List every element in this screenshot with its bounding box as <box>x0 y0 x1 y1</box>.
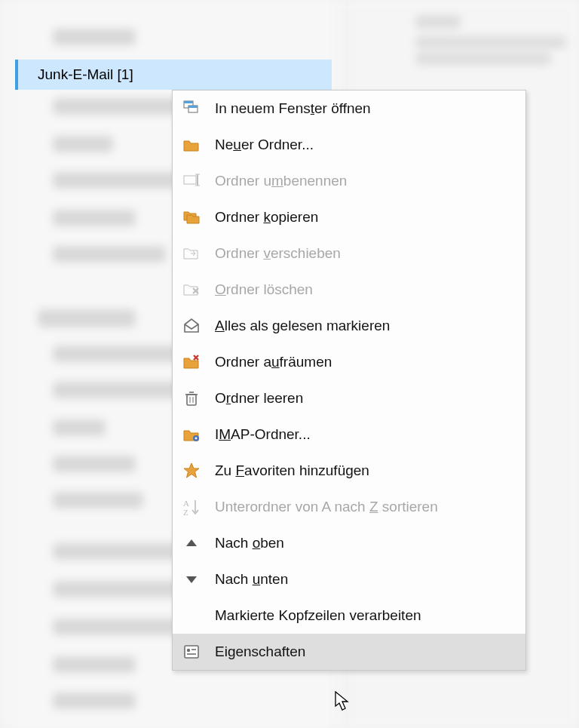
folder-gear-icon <box>180 423 203 446</box>
none-icon <box>180 604 203 627</box>
envelope-open-icon <box>180 315 203 337</box>
menu-item-mark-all-read[interactable]: Alles als gelesen markieren <box>173 308 525 344</box>
folder-copy-icon <box>180 206 203 229</box>
menu-item-imap-folders[interactable]: IMAP-Ordner... <box>173 416 525 453</box>
menu-item-label: Ordner verschieben <box>215 245 341 262</box>
tri-up-icon <box>180 532 203 554</box>
menu-item-label: Nach unten <box>215 571 288 588</box>
folder-delete-icon <box>180 278 203 301</box>
menu-item-empty-folder[interactable]: Ordner leeren <box>173 380 525 416</box>
menu-item-add-favorite[interactable]: Zu Favoriten hinzufügen <box>173 453 525 489</box>
svg-text:Z: Z <box>183 508 188 517</box>
menu-item-rename-folder: Ordner umbenennen <box>173 163 525 199</box>
svg-rect-1 <box>184 101 193 103</box>
folder-context-menu: In neuem Fenster öffnenNeuer Ordner...Or… <box>172 90 526 671</box>
menu-item-properties[interactable]: Eigenschaften <box>173 634 525 670</box>
svg-point-18 <box>195 438 198 440</box>
svg-rect-4 <box>184 176 196 184</box>
menu-item-delete-folder: Ordner löschen <box>173 272 525 308</box>
menu-item-open-new-window[interactable]: In neuem Fenster öffnen <box>173 91 525 127</box>
folder-row-junk-email[interactable]: Junk-E-Mail [1] <box>15 60 332 90</box>
sort-az-icon: AZ <box>180 496 203 518</box>
star-icon <box>180 459 203 482</box>
menu-item-label: Eigenschaften <box>215 644 305 660</box>
menu-item-move-folder: Ordner verschieben <box>173 235 525 272</box>
menu-item-label: Zu Favoriten hinzufügen <box>215 462 369 479</box>
menu-item-move-down[interactable]: Nach unten <box>173 561 525 597</box>
menu-item-label: Nach oben <box>215 535 284 551</box>
menu-item-move-up[interactable]: Nach oben <box>173 525 525 561</box>
menu-item-label: Ordner leeren <box>215 390 303 407</box>
cleanup-icon <box>180 351 203 373</box>
svg-rect-22 <box>185 646 198 658</box>
menu-item-label: Ordner aufräumen <box>215 354 332 370</box>
menu-item-label: In neuem Fenster öffnen <box>215 100 371 117</box>
menu-item-label: Alles als gelesen markieren <box>215 318 390 334</box>
menu-item-sort-subfolders: AZUnterordner von A nach Z sortieren <box>173 489 525 525</box>
menu-item-label: Ordner kopieren <box>215 209 318 226</box>
folder-icon <box>180 134 203 156</box>
rename-icon <box>180 170 203 192</box>
svg-text:A: A <box>183 499 189 508</box>
menu-item-label: Markierte Kopfzeilen verarbeiten <box>215 607 421 624</box>
trash-icon <box>180 387 203 410</box>
menu-item-new-folder[interactable]: Neuer Ordner... <box>173 127 525 163</box>
windows-icon <box>180 97 203 120</box>
svg-rect-12 <box>187 395 196 405</box>
tri-down-icon <box>180 568 203 591</box>
svg-rect-3 <box>188 106 198 108</box>
menu-item-label: Neuer Ordner... <box>215 137 314 153</box>
menu-item-process-headers[interactable]: Markierte Kopfzeilen verarbeiten <box>173 597 525 634</box>
menu-item-cleanup-folder[interactable]: Ordner aufräumen <box>173 344 525 380</box>
menu-item-label: IMAP-Ordner... <box>215 426 311 443</box>
folder-move-icon <box>180 242 203 265</box>
folder-label: Junk-E-Mail [1] <box>38 66 133 83</box>
menu-item-label: Ordner umbenennen <box>215 173 347 189</box>
menu-item-copy-folder[interactable]: Ordner kopieren <box>173 199 525 235</box>
properties-icon <box>180 640 203 663</box>
svg-point-23 <box>187 649 190 652</box>
menu-item-label: Unterordner von A nach Z sortieren <box>215 499 438 515</box>
menu-item-label: Ordner löschen <box>215 281 313 298</box>
